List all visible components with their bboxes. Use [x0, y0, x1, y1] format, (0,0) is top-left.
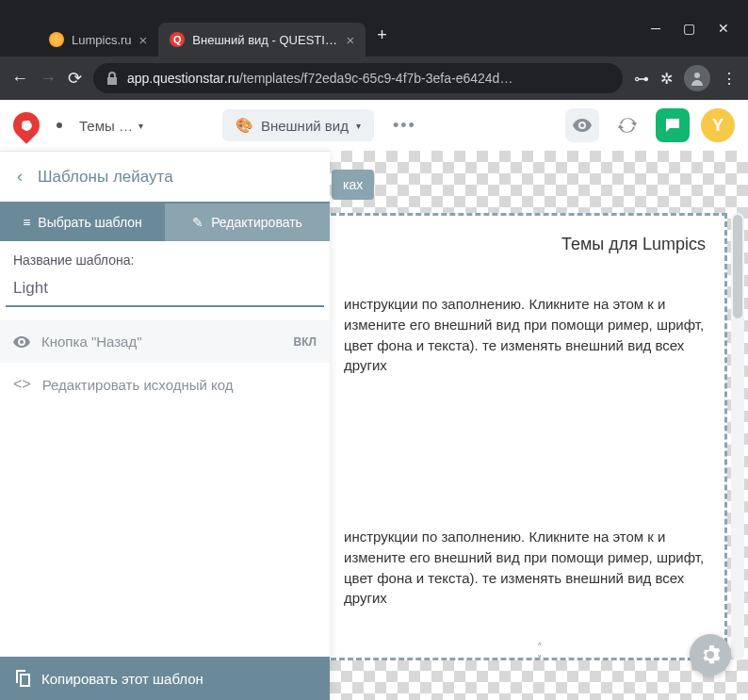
preview-button[interactable]: [565, 108, 599, 142]
favicon-icon: Q: [170, 32, 185, 47]
row-back-button-setting[interactable]: Кнопка "Назад" ВКЛ: [0, 320, 330, 363]
pencil-icon: ✎: [192, 215, 203, 230]
tab-label: Выбрать шаблон: [38, 215, 142, 230]
copy-template-button[interactable]: Копировать этот шаблон: [0, 657, 330, 700]
browser-tab-strip: Lumpics.ru × Q Внешний вид - QUESTIONSTA…: [0, 13, 748, 57]
row-edit-source-code[interactable]: <> Редактировать исходный код: [0, 363, 330, 406]
resize-indicator-icon: ˄˅: [537, 642, 541, 666]
breadcrumb-separator: [57, 122, 62, 128]
chevron-down-icon: ▾: [138, 121, 143, 131]
breadcrumb-label: Темы …: [79, 118, 133, 134]
url-text: app.questionstar.ru/templates/f72eda9c-6…: [127, 71, 512, 86]
settings-fab[interactable]: [690, 634, 731, 676]
close-icon[interactable]: ×: [139, 32, 148, 48]
minimize-icon[interactable]: ─: [651, 21, 660, 36]
svg-point-0: [694, 73, 700, 78]
app-toolbar: Темы … ▾ 🎨 Внешний вид ▾ ••• Y: [0, 100, 748, 151]
forward-icon: →: [40, 69, 57, 89]
sidebar-title: Шаблоны лейаута: [38, 168, 173, 187]
chat-button[interactable]: [656, 108, 690, 142]
browser-tab-active[interactable]: Q Внешний вид - QUESTIONSTAR ×: [158, 23, 366, 57]
user-avatar[interactable]: Y: [701, 108, 735, 142]
sidebar-tabs: ≡ Выбрать шаблон ✎ Редактировать: [0, 203, 330, 241]
key-icon[interactable]: ⊶: [634, 70, 649, 88]
language-chip[interactable]: ках: [332, 170, 374, 200]
address-bar[interactable]: app.questionstar.ru/templates/f72eda9c-6…: [93, 63, 623, 93]
chevron-down-icon: ▾: [356, 121, 361, 131]
vertical-scrollbar[interactable]: [731, 213, 744, 660]
maximize-icon[interactable]: ▢: [683, 21, 695, 36]
template-name-input[interactable]: [6, 271, 324, 307]
survey-paragraph: инструкции по заполнению. Кликните на эт…: [344, 527, 706, 609]
sidebar-panel: ‹ Шаблоны лейаута ≡ Выбрать шаблон ✎ Ред…: [0, 151, 330, 700]
window-controls: ─ ▢ ✕: [632, 0, 748, 57]
back-icon[interactable]: ←: [11, 69, 28, 89]
tab-select-template[interactable]: ≡ Выбрать шаблон: [0, 203, 165, 241]
browser-toolbar: ← → ⟳ app.questionstar.ru/templates/f72e…: [0, 57, 748, 100]
main-area: ‹ Шаблоны лейаута ≡ Выбрать шаблон ✎ Ред…: [0, 151, 748, 700]
view-mode-label: Внешний вид: [261, 118, 349, 134]
sidebar-header: ‹ Шаблоны лейаута: [0, 152, 330, 203]
reload-icon[interactable]: ⟳: [68, 68, 82, 89]
copy-template-label: Копировать этот шаблон: [41, 671, 203, 687]
sync-button[interactable]: [610, 108, 644, 142]
favicon-icon: [49, 32, 64, 47]
close-window-icon[interactable]: ✕: [718, 21, 729, 36]
list-icon: ≡: [23, 215, 30, 230]
template-name-label: Название шаблона:: [0, 241, 330, 271]
scroll-thumb[interactable]: [733, 215, 742, 318]
view-mode-button[interactable]: 🎨 Внешний вид ▾: [222, 109, 374, 141]
row-label: Редактировать исходный код: [42, 377, 317, 393]
tab-title: Внешний вид - QUESTIONSTAR: [192, 33, 338, 47]
tab-edit-template[interactable]: ✎ Редактировать: [165, 203, 330, 241]
new-tab-button[interactable]: +: [366, 25, 398, 45]
extension-icon[interactable]: ✲: [660, 70, 673, 88]
survey-paragraph: инструкции по заполнению. Кликните на эт…: [344, 294, 706, 376]
app-logo-icon[interactable]: [8, 106, 45, 144]
eye-icon: [13, 336, 30, 348]
browser-tab-inactive[interactable]: Lumpics.ru ×: [38, 23, 158, 57]
row-label: Кнопка "Назад": [41, 334, 283, 350]
lock-icon: [106, 72, 118, 85]
code-icon: <>: [13, 376, 31, 393]
preview-canvas: ках Темы для Lumpics инструкции по запол…: [330, 151, 748, 700]
tab-label: Редактировать: [211, 215, 302, 230]
back-chevron-icon[interactable]: ‹: [17, 167, 23, 187]
tab-title: Lumpics.ru: [72, 33, 132, 47]
toggle-state-badge: ВКЛ: [294, 335, 317, 349]
profile-avatar[interactable]: [684, 65, 710, 91]
survey-title: Темы для Lumpics: [344, 235, 706, 254]
close-icon[interactable]: ×: [347, 32, 355, 48]
menu-icon[interactable]: ⋮: [722, 70, 737, 88]
breadcrumb-themes[interactable]: Темы … ▾: [79, 118, 143, 134]
survey-preview-frame[interactable]: Темы для Lumpics инструкции по заполнени…: [322, 213, 727, 660]
copy-icon: [15, 670, 30, 687]
more-options-button[interactable]: •••: [385, 116, 424, 136]
palette-icon: 🎨: [236, 117, 253, 134]
